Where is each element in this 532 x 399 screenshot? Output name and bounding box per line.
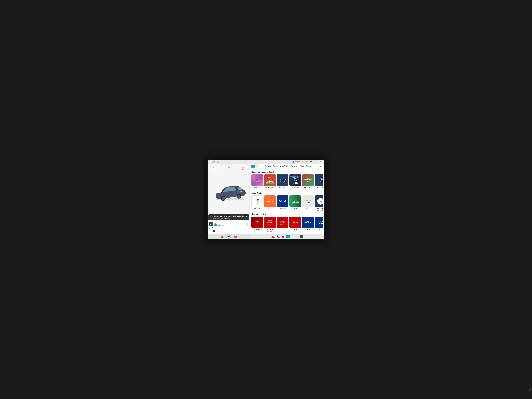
card-wfan-label: WFAN: [302, 229, 314, 230]
star-icon[interactable]: ☆: [209, 227, 211, 229]
tab-music[interactable]: Music: [299, 165, 305, 168]
exclusive-cards-row: TuneIn HolidayHITS Holiday Hits TuneIn: [252, 174, 323, 190]
card-rfa-img: RFA: [315, 195, 323, 207]
card-wfan[interactable]: WFAN WFAN: [302, 216, 314, 232]
card-wtju-label: WTJU: [302, 208, 314, 209]
svg-rect-3: [215, 195, 218, 198]
temperature-value: 72: [227, 236, 230, 239]
card-holiday-hits[interactable]: TuneIn HolidayHITS Holiday Hits: [252, 174, 263, 190]
bottom-record-icon[interactable]: ⏺: [282, 235, 285, 238]
list-icon[interactable]: ≡: [261, 165, 263, 167]
card-que-buena[interactable]: TuneIn QB QUE BUENA LOS ANGELES Que Buen…: [264, 174, 276, 190]
skip-back-button[interactable]: ⏮: [209, 230, 211, 232]
login-button[interactable]: Login: [317, 165, 323, 168]
card-que-buena-label: Que Buena Los Angeles: [264, 186, 276, 190]
wnrn-content: wnrn: [267, 200, 273, 203]
tunein-panel: T 🔍 ≡ For You Radio News & Talk Podcasts…: [250, 164, 324, 239]
local-radio-arrow[interactable]: ›: [262, 192, 263, 194]
tab-for-you[interactable]: For You: [264, 165, 272, 168]
download-icon: ⬇: [302, 161, 303, 163]
bottom-dots-icon[interactable]: •••: [292, 235, 294, 238]
bottom-music-icon[interactable]: ♪: [296, 235, 298, 238]
card-smooth-jazz[interactable]: TuneIn SMOOTJAZ Smooth Jazz: [315, 174, 323, 190]
card-wsva[interactable]: /TALK WSVA WSVA: [290, 195, 301, 211]
card-gnt[interactable]: GNT गुड न्यूज़ टुडे GNT: [277, 216, 288, 232]
rfa-content: RFA: [317, 198, 323, 204]
tab-news-talk[interactable]: News & Talk: [279, 165, 289, 168]
card-pro-football-label: Pro Football: [252, 229, 263, 230]
content-area[interactable]: Exclusive Music on TuneIn › TuneIn Holid…: [250, 169, 324, 234]
tunein-logo[interactable]: T: [251, 165, 255, 168]
search-np-icon[interactable]: 🔍: [246, 223, 248, 225]
card-india-today-label: India Today Television: [264, 229, 276, 232]
equalizer-icon[interactable]: ⋮⋮⋮: [212, 227, 217, 229]
hear-whats-new-arrow[interactable]: ›: [267, 213, 267, 215]
temp-up-arrow[interactable]: ▶: [230, 236, 232, 238]
card-aaj-tak-img: आज तक: [290, 216, 301, 228]
card-wnrn-img: wnrn: [264, 195, 276, 207]
temp-down-arrow[interactable]: ◀: [226, 236, 227, 238]
station-info: 102.1 HD HD2 WRXL: [214, 222, 243, 226]
card-todays-hits[interactable]: TuneIn TODAY'S HITS Today's Hits: [277, 174, 288, 190]
tab-sports[interactable]: Sports: [305, 165, 312, 168]
profile-button[interactable]: 👤 Profile: [292, 161, 300, 163]
tab-podcasts[interactable]: Podcasts: [290, 165, 298, 168]
card-vpm[interactable]: VPM VPM News: [277, 195, 288, 211]
exclusive-arrow[interactable]: ›: [276, 171, 276, 173]
card-aaj-tak[interactable]: आज तक Aaj Tak: [290, 216, 301, 232]
car-nav-icon[interactable]: 🚗: [221, 235, 223, 238]
stop-button[interactable]: [213, 230, 215, 232]
clock: 11:25 am: [305, 161, 312, 163]
tunein-nav-button[interactable]: T: [286, 235, 290, 238]
bottom-car-icon[interactable]: 🚗: [271, 235, 275, 238]
card-radio-iq[interactable]: radio IQ ▶ RADIO IQ: [252, 195, 263, 211]
todays-content: TuneIn TODAY'S HITS: [279, 177, 286, 183]
open-frunk-button[interactable]: OpenFrunk: [210, 166, 217, 172]
local-radio-section-header: Local Radio ›: [252, 192, 323, 194]
tunein-nav: T 🔍 ≡ For You Radio News & Talk Podcasts…: [250, 164, 324, 169]
svg-rect-2: [244, 191, 246, 194]
temperature-control[interactable]: Manual ◀ 72 ▶: [226, 235, 231, 239]
warning-banner[interactable]: ⚠ Paid charging unavailable - Check unpa…: [208, 214, 249, 220]
car-image: ⚡: [212, 180, 246, 201]
card-todays-hits-label: Today's Hits: [277, 186, 288, 188]
temp-mode-label: Manual: [226, 235, 231, 236]
card-rfa-label: Radio Free Americana: [315, 208, 323, 211]
smooth-content: TuneIn SMOOTJAZ: [318, 177, 323, 183]
station-name: HD HD2 WRXL: [214, 224, 243, 226]
svg-text:⚡: ⚡: [240, 190, 242, 193]
wsva-content: /TALK WSVA: [292, 199, 299, 203]
warning-content: Paid charging unavailable - Check unpaid…: [213, 215, 247, 219]
card-india-today[interactable]: INDIA TODAY TELEVISION India Today Telev…: [264, 216, 276, 232]
search-icon[interactable]: 🔍: [256, 165, 260, 167]
card-christmas-hits[interactable]: TuneIn ChristmasHits Christmas Hits: [302, 174, 314, 190]
sun-icon: ☀️: [314, 161, 317, 163]
exclusive-section-header: Exclusive Music on TuneIn ›: [252, 171, 323, 173]
wfan-content: WFAN: [305, 221, 311, 223]
card-radio-iq-label: RADIO IQ: [252, 208, 263, 209]
card-vpm-label: VPM News: [277, 208, 288, 209]
card-wtju[interactable]: WTJU 91.1FM WTJU: [302, 195, 314, 211]
card-gnt-img: GNT गुड न्यूज़ टुडे: [277, 216, 288, 228]
open-trunk-button[interactable]: OpenTrunk: [241, 166, 247, 172]
tab-radio[interactable]: Radio: [272, 165, 278, 168]
card-1010-wins[interactable]: 1010 WINS 1010 WINS: [315, 216, 323, 232]
main-area: OpenFrunk 🔓 OpenTrunk: [208, 164, 324, 239]
bottom-screen-icon[interactable]: ⬛: [299, 235, 303, 238]
bottom-phone-icon[interactable]: 📞: [277, 235, 280, 238]
skip-forward-button[interactable]: ⏭: [217, 230, 219, 232]
card-rfa[interactable]: RFA Radio Free Americana: [315, 195, 323, 211]
card-gnt-label: GNT: [277, 229, 288, 230]
card-big615[interactable]: TuneIn FROM THE HEART OF MUSIC CITY THE …: [290, 174, 301, 190]
nav-tabs: For You Radio News & Talk Podcasts Music…: [264, 165, 316, 168]
big615-content: TuneIn FROM THE HEART OF MUSIC CITY THE …: [290, 176, 301, 184]
holiday-card-content: TuneIn HolidayHITS: [254, 177, 260, 183]
local-radio-title: Local Radio: [252, 192, 262, 194]
station-callsign: WRXL: [220, 224, 224, 226]
card-radio-iq-img: radio IQ ▶: [252, 195, 263, 207]
card-pro-football-img: PRO FOOTBALL: [252, 216, 263, 228]
card-pro-football[interactable]: PRO FOOTBALL Pro Football: [252, 216, 263, 232]
card-wnrn[interactable]: wnrn WNRN: [264, 195, 276, 211]
card-holiday-hits-label: Holiday Hits: [252, 186, 263, 188]
card-1010-wins-label: 1010 WINS: [315, 229, 323, 230]
